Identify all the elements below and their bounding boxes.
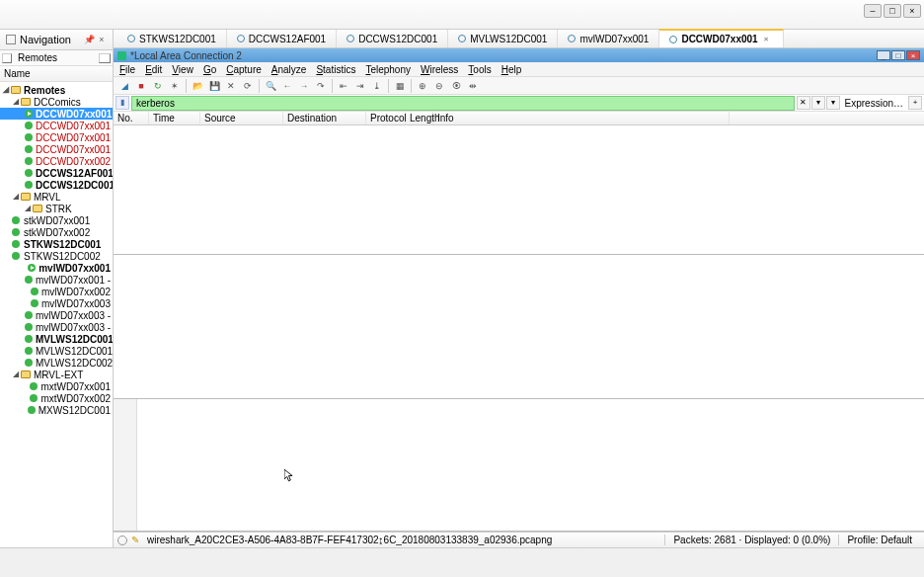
tree-folder[interactable]: ◢Remotes — [0, 84, 113, 96]
twisty-icon[interactable] — [2, 216, 10, 224]
tree-folder[interactable]: ◢STRK — [0, 203, 113, 214]
inner-close[interactable]: × — [906, 50, 920, 60]
tree-item[interactable]: DCCWS12AF001 — [0, 167, 113, 179]
twisty-icon[interactable]: ◢ — [12, 98, 20, 106]
inner-maximize[interactable]: □ — [891, 50, 905, 60]
resize-cols-icon[interactable]: ⇹ — [466, 79, 480, 93]
twisty-icon[interactable]: ◢ — [12, 193, 20, 201]
tree-folder[interactable]: ◢MRVL-EXT — [0, 369, 113, 380]
session-tab[interactable]: mvlWD07xx001 — [558, 30, 659, 47]
menu-statistics[interactable]: Statistics — [316, 64, 355, 75]
tree-item[interactable]: mvlWD07xx003 - Copy — [0, 309, 113, 321]
tree-item[interactable]: mvlWD07xx003 — [0, 297, 113, 309]
menu-analyze[interactable]: Analyze — [271, 64, 307, 75]
column-header[interactable]: No. — [114, 112, 149, 124]
zoom-in-icon[interactable]: ⊕ — [416, 79, 429, 93]
expression-button[interactable]: Expression… — [841, 98, 907, 109]
tree-item[interactable]: STKWS12DC001 — [0, 238, 113, 250]
goto-icon[interactable]: ↷ — [314, 79, 328, 93]
pin-icon[interactable]: 📌 — [84, 35, 94, 44]
menu-wireless[interactable]: Wireless — [421, 64, 458, 75]
twisty-icon[interactable] — [24, 382, 29, 390]
menu-tools[interactable]: Tools — [468, 64, 491, 75]
zoom-out-icon[interactable]: ⊖ — [432, 79, 446, 93]
nav-column-header[interactable]: Name — [0, 66, 113, 82]
tree-item[interactable]: DCCWD07xx001 - Artem — [0, 120, 113, 131]
twisty-icon[interactable] — [24, 288, 30, 295]
tab-close-icon[interactable]: × — [764, 35, 773, 43]
filter-apply-icon[interactable]: ▾ — [811, 96, 825, 110]
packet-list-pane[interactable] — [114, 125, 924, 255]
close-file-icon[interactable]: ✕ — [224, 79, 238, 93]
session-tab[interactable]: MVLWS12DC001 — [448, 30, 558, 47]
inner-minimize[interactable]: _ — [877, 50, 890, 60]
open-icon[interactable]: 📂 — [191, 79, 204, 93]
nav-tree[interactable]: ◢Remotes◢DCComicsDCCWD07xx001DCCWD07xx00… — [0, 82, 113, 547]
tree-item[interactable]: DCCWS12DC001 — [0, 179, 113, 191]
menu-view[interactable]: View — [172, 64, 193, 75]
reload-icon[interactable]: ⟳ — [241, 79, 255, 93]
status-expert-icon[interactable] — [117, 536, 127, 545]
tree-item[interactable]: DCCWD07xx002 - baseline — [0, 155, 113, 167]
twisty-icon[interactable] — [24, 394, 29, 402]
stop-capture-icon[interactable]: ■ — [134, 79, 148, 93]
menu-telephony[interactable]: Telephony — [365, 64, 411, 75]
prev-icon[interactable]: ← — [280, 79, 294, 93]
filter-bookmark-icon[interactable]: ▮ — [116, 96, 129, 110]
tree-item[interactable]: MXWS12DC001 — [0, 404, 113, 416]
filter-add-icon[interactable]: + — [908, 96, 922, 110]
tree-item[interactable]: stkWD07xx001 — [0, 214, 113, 226]
tree-item[interactable]: mvlWD07xx001 - artem — [0, 274, 113, 286]
twisty-icon[interactable] — [2, 228, 10, 236]
twisty-icon[interactable] — [24, 299, 30, 307]
column-header[interactable]: Info — [433, 112, 730, 124]
zoom-reset-icon[interactable]: ⦿ — [449, 79, 463, 93]
first-icon[interactable]: ⇤ — [337, 79, 350, 93]
status-edit-icon[interactable]: ✎ — [131, 536, 141, 545]
window-close[interactable]: × — [903, 4, 921, 18]
display-filter-input[interactable] — [131, 96, 795, 111]
tree-item[interactable]: MVLWS12DC002 — [0, 357, 113, 369]
tree-item[interactable]: stkWD07xx002 — [0, 226, 113, 238]
save-icon[interactable]: 💾 — [207, 79, 221, 93]
tree-item[interactable]: mvlWD07xx002 — [0, 286, 113, 297]
packet-details-pane[interactable] — [114, 255, 924, 399]
twisty-icon[interactable] — [2, 252, 10, 260]
twisty-icon[interactable]: ◢ — [24, 205, 32, 212]
twisty-icon[interactable] — [24, 406, 27, 414]
last-icon[interactable]: ⇥ — [353, 79, 367, 93]
tree-folder[interactable]: ◢DCComics — [0, 96, 113, 108]
filter-label[interactable]: Remotes — [14, 50, 97, 65]
column-header[interactable]: Length — [406, 112, 433, 124]
packet-bytes-pane[interactable] — [114, 399, 924, 532]
twisty-icon[interactable]: ◢ — [2, 86, 10, 94]
menu-file[interactable]: File — [119, 64, 135, 75]
restart-capture-icon[interactable]: ↻ — [151, 79, 165, 93]
column-header[interactable]: Source — [200, 112, 283, 124]
next-icon[interactable]: → — [297, 79, 311, 93]
window-maximize[interactable]: □ — [884, 4, 901, 18]
twisty-icon[interactable] — [24, 264, 27, 272]
tree-folder[interactable]: ◢MRVL — [0, 191, 113, 203]
menu-help[interactable]: Help — [501, 64, 522, 75]
menu-capture[interactable]: Capture — [226, 64, 262, 75]
filter-clear-icon[interactable]: ✕ — [797, 96, 810, 110]
filter-chevron-icon[interactable] — [99, 53, 111, 63]
tree-item[interactable]: mxtWD07xx002 — [0, 392, 113, 404]
menu-go[interactable]: Go — [203, 64, 216, 75]
autoscroll-icon[interactable]: ⤓ — [370, 79, 384, 93]
filter-dropdown-icon[interactable] — [2, 53, 12, 63]
menu-edit[interactable]: Edit — [145, 64, 162, 75]
filter-recent-icon[interactable]: ▾ — [826, 96, 840, 110]
tree-item[interactable]: STKWS12DC002 — [0, 250, 113, 262]
column-header[interactable]: Destination — [283, 112, 366, 124]
find-icon[interactable]: 🔍 — [264, 79, 277, 93]
start-capture-icon[interactable]: ◢ — [117, 79, 131, 93]
session-tab[interactable]: DCCWS12DC001 — [337, 30, 448, 47]
session-tab[interactable]: DCCWD07xx001× — [659, 29, 783, 47]
tree-item[interactable]: DCCWD07xx001 - Badgu… — [0, 131, 113, 143]
tree-item[interactable]: DCCWD07xx001 - Simple… — [0, 143, 113, 155]
twisty-icon[interactable]: ◢ — [12, 371, 20, 378]
capture-titlebar[interactable]: *Local Area Connection 2 _ □ × — [114, 48, 924, 62]
packet-list-header[interactable]: No.TimeSourceDestinationProtocolLengthIn… — [114, 112, 924, 125]
